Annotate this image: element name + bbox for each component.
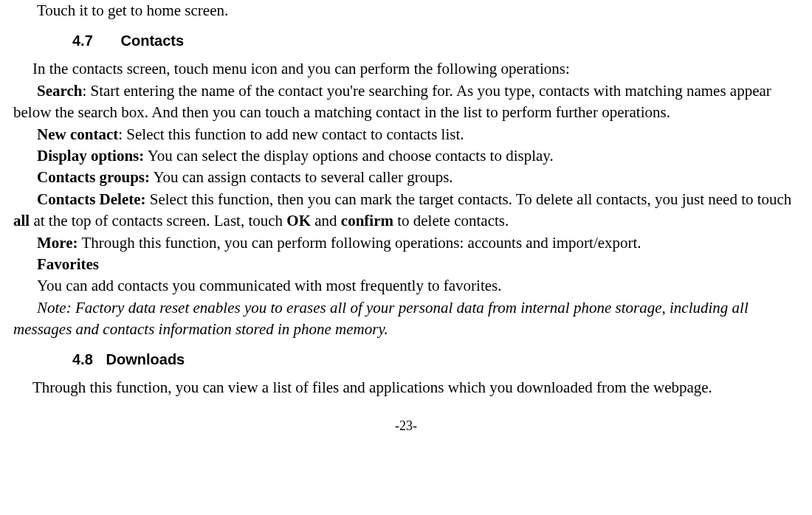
text: Through this function, you can perform f… bbox=[78, 234, 641, 252]
text: at the top of contacts screen. Last, tou… bbox=[30, 212, 286, 229]
text: : Select this function to add new contac… bbox=[118, 125, 464, 143]
body-text: More: Through this function, you can per… bbox=[13, 232, 799, 254]
section-title: Contacts bbox=[121, 32, 185, 49]
text: You can assign contacts to several calle… bbox=[150, 168, 453, 186]
emphasis-all: all bbox=[13, 212, 30, 229]
label-contacts-groups: Contacts groups: bbox=[37, 168, 150, 186]
text: to delete contacts. bbox=[393, 212, 509, 229]
body-text: In the contacts screen, touch menu icon … bbox=[13, 58, 799, 80]
section-number: 4.8 bbox=[72, 349, 102, 370]
body-text: Search: Start entering the name of the c… bbox=[13, 80, 799, 124]
body-text: Through this function, you can view a li… bbox=[13, 377, 799, 398]
document-page: Touch it to get to home screen. 4.7 Cont… bbox=[0, 0, 812, 435]
section-title: Downloads bbox=[106, 351, 185, 367]
section-heading-4-8: 4.8 Downloads bbox=[72, 349, 799, 370]
text: Through this function, you can view a li… bbox=[32, 379, 712, 396]
body-text: New contact: Select this function to add… bbox=[13, 124, 799, 145]
section-heading-4-7: 4.7 Contacts bbox=[72, 30, 799, 51]
label-display-options: Display options: bbox=[37, 147, 144, 165]
body-text: Contacts Delete: Select this function, t… bbox=[13, 189, 799, 232]
text: You can select the display options and c… bbox=[144, 147, 553, 165]
text: and bbox=[311, 212, 341, 229]
label-more: More: bbox=[37, 234, 78, 252]
section-number: 4.7 bbox=[72, 30, 117, 51]
text: Select this function, then you can mark … bbox=[146, 190, 792, 208]
body-text: Contacts groups: You can assign contacts… bbox=[13, 167, 799, 188]
text: Note: Factory data reset enables you to … bbox=[13, 299, 749, 338]
label-contacts-delete: Contacts Delete: bbox=[37, 190, 146, 208]
label-favorites: Favorites bbox=[13, 254, 799, 275]
emphasis-confirm: confirm bbox=[341, 212, 393, 229]
body-text: You can add contacts you communicated wi… bbox=[13, 275, 799, 297]
text: : Start entering the name of the contact… bbox=[13, 82, 771, 121]
emphasis-ok: OK bbox=[286, 212, 311, 229]
body-text: Display options: You can select the disp… bbox=[13, 145, 799, 167]
label-new-contact: New contact bbox=[37, 125, 118, 143]
label-search: Search bbox=[37, 82, 82, 100]
note-text: Note: Factory data reset enables you to … bbox=[13, 297, 799, 341]
page-number: -23- bbox=[13, 417, 799, 435]
body-text: Touch it to get to home screen. bbox=[13, 0, 799, 21]
